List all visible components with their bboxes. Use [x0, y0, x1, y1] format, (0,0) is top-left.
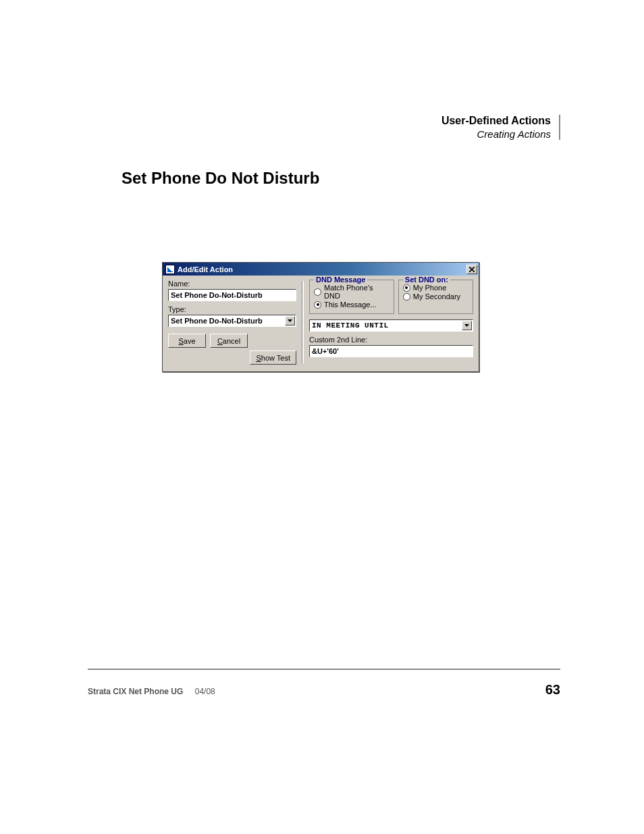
- dnd-message-fieldset: DND Message Match Phone's DND This Messa…: [309, 280, 394, 314]
- custom-2nd-line-label: Custom 2nd Line:: [309, 336, 473, 344]
- set-dnd-on-fieldset: Set DND on: My Phone My Secondary: [398, 280, 473, 314]
- cancel-button[interactable]: Cancel: [210, 334, 248, 348]
- radio-my-phone[interactable]: My Phone: [403, 284, 468, 292]
- show-test-button[interactable]: Show Test: [250, 350, 296, 365]
- type-combo-value: Set Phone Do-Not-Disturb: [171, 317, 263, 325]
- type-combo[interactable]: Set Phone Do-Not-Disturb: [168, 315, 296, 327]
- header-title: User-Defined Actions: [441, 115, 551, 127]
- custom-2nd-line-input[interactable]: &U+'60': [309, 345, 473, 357]
- custom-2nd-line-value: &U+'60': [312, 347, 339, 355]
- chevron-down-icon: [462, 321, 472, 330]
- chevron-down-icon: [285, 316, 295, 325]
- dnd-message-combo[interactable]: IN MEETING UNTIL: [309, 319, 473, 332]
- page-header: User-Defined Actions Creating Actions: [441, 115, 560, 140]
- section-title: Set Phone Do Not Disturb: [122, 169, 319, 188]
- header-subtitle: Creating Actions: [441, 128, 551, 140]
- type-label: Type:: [168, 305, 296, 313]
- radio-icon: [403, 293, 410, 301]
- dialog-title: Add/Edit Action: [178, 265, 233, 273]
- app-icon: [165, 265, 175, 274]
- radio-icon: [314, 301, 321, 309]
- radio-label: My Secondary: [413, 292, 460, 301]
- page-footer: Strata CIX Net Phone UG 04/08 63: [88, 669, 560, 698]
- name-label: Name:: [168, 280, 296, 288]
- radio-label: This Message...: [324, 301, 377, 309]
- radio-label: My Phone: [413, 284, 447, 292]
- dnd-message-legend: DND Message: [314, 276, 367, 284]
- add-edit-action-dialog: Add/Edit Action Name: Set Phone Do-Not-D…: [162, 262, 479, 372]
- close-button[interactable]: [466, 265, 477, 274]
- radio-icon: [314, 288, 321, 296]
- footer-doc-title: Strata CIX Net Phone UG: [88, 687, 183, 696]
- name-input[interactable]: Set Phone Do-Not-Disturb: [168, 289, 296, 301]
- radio-this-message[interactable]: This Message...: [314, 301, 390, 309]
- radio-match-phone-dnd[interactable]: Match Phone's DND: [314, 284, 390, 300]
- dnd-message-combo-value: IN MEETING UNTIL: [312, 321, 389, 330]
- set-dnd-on-legend: Set DND on:: [403, 276, 450, 284]
- radio-icon: [403, 284, 410, 292]
- save-button[interactable]: Save: [168, 334, 206, 348]
- footer-date: 04/08: [195, 687, 215, 696]
- divider: [302, 281, 304, 363]
- name-input-value: Set Phone Do-Not-Disturb: [171, 291, 263, 299]
- close-icon: [469, 267, 475, 272]
- radio-label: Match Phone's DND: [324, 284, 390, 300]
- dialog-titlebar[interactable]: Add/Edit Action: [163, 263, 479, 276]
- footer-page-number: 63: [545, 682, 560, 698]
- radio-my-secondary[interactable]: My Secondary: [403, 292, 468, 301]
